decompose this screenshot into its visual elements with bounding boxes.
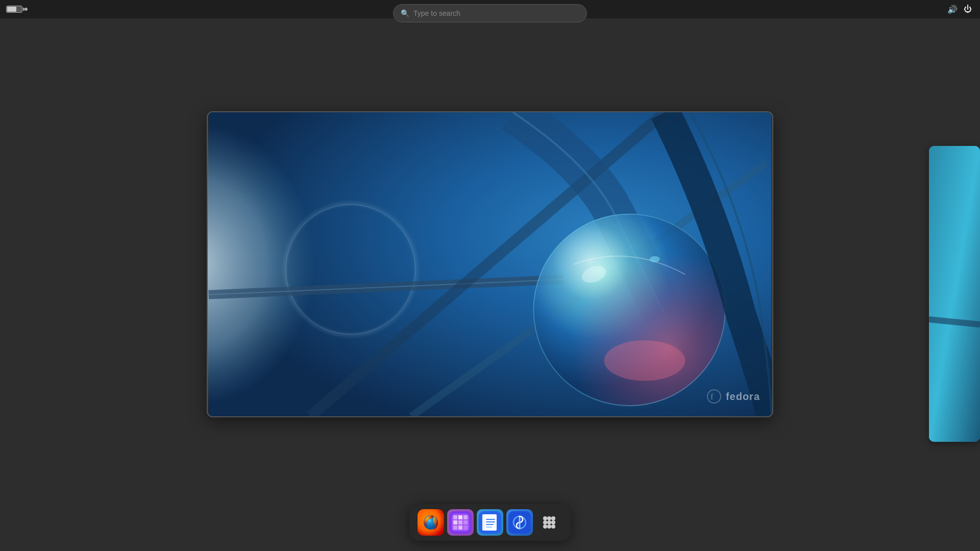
topbar-right: 🔊 ⏻ bbox=[947, 5, 972, 14]
svg-point-1 bbox=[208, 112, 437, 416]
svg-point-47 bbox=[543, 524, 547, 529]
svg-rect-25 bbox=[453, 520, 457, 524]
workspace-secondary-bg bbox=[929, 146, 980, 442]
svg-rect-29 bbox=[458, 525, 462, 530]
svg-rect-22 bbox=[453, 515, 457, 519]
svg-point-44 bbox=[543, 520, 547, 524]
dock-document[interactable] bbox=[477, 509, 503, 536]
dock bbox=[409, 504, 571, 541]
svg-text:f: f bbox=[710, 392, 714, 401]
svg-point-14 bbox=[604, 340, 685, 381]
dock-fedora-magazine[interactable] bbox=[506, 509, 533, 536]
dock-firefox[interactable] bbox=[418, 509, 444, 536]
svg-rect-26 bbox=[458, 520, 462, 524]
search-input[interactable] bbox=[413, 9, 579, 17]
search-container: 🔍 bbox=[393, 4, 587, 22]
topbar-left bbox=[6, 6, 28, 13]
fedora-watermark: f fedora bbox=[706, 389, 760, 404]
dock-calendar[interactable] bbox=[447, 509, 474, 536]
battery-dot bbox=[24, 8, 28, 11]
volume-icon[interactable]: 🔊 bbox=[947, 5, 958, 14]
svg-point-15 bbox=[707, 390, 721, 403]
search-icon: 🔍 bbox=[401, 9, 409, 17]
battery-icon bbox=[6, 6, 22, 13]
svg-point-13 bbox=[650, 256, 660, 262]
svg-rect-24 bbox=[463, 515, 468, 519]
svg-point-45 bbox=[547, 520, 551, 524]
svg-point-43 bbox=[551, 516, 555, 520]
power-icon[interactable]: ⏻ bbox=[964, 5, 972, 14]
search-bar[interactable]: 🔍 bbox=[393, 4, 587, 22]
svg-rect-17 bbox=[929, 146, 980, 442]
svg-rect-23 bbox=[458, 515, 462, 519]
svg-point-41 bbox=[543, 516, 547, 520]
svg-point-48 bbox=[547, 524, 551, 529]
svg-point-42 bbox=[547, 516, 551, 520]
dock-app-grid[interactable] bbox=[536, 509, 562, 536]
fedora-text: fedora bbox=[726, 391, 760, 403]
svg-point-49 bbox=[551, 524, 555, 529]
workspace-main[interactable]: f fedora bbox=[207, 111, 773, 417]
svg-rect-27 bbox=[463, 520, 468, 524]
svg-rect-30 bbox=[463, 525, 468, 530]
workspace-secondary[interactable] bbox=[929, 146, 980, 442]
svg-point-46 bbox=[551, 520, 555, 524]
wallpaper bbox=[208, 112, 772, 416]
workspace-area: f fedora bbox=[0, 18, 980, 551]
svg-rect-28 bbox=[453, 525, 457, 530]
battery-indicator bbox=[6, 6, 28, 13]
